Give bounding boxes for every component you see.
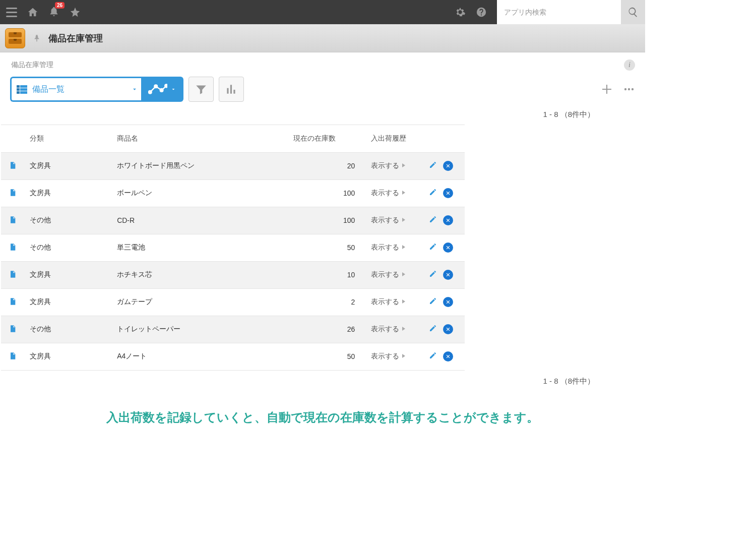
home-icon[interactable] [27,7,38,18]
row-actions [417,179,465,207]
row-name: CD-R [111,207,287,234]
row-actions [417,234,465,261]
row-actions [417,343,465,370]
row-doc-icon[interactable] [1,261,24,288]
table-row[interactable]: 文房具ホワイトボード用黒ペン20表示する [1,152,465,179]
row-category: その他 [24,234,111,261]
filter-button[interactable] [188,77,214,102]
row-doc-icon[interactable] [1,207,24,234]
row-doc-icon[interactable] [1,152,24,179]
row-history-link[interactable]: 表示する [365,207,417,234]
row-history-link[interactable]: 表示する [365,152,417,179]
delete-button[interactable] [443,351,453,361]
col-header-stock[interactable]: 現在の在庫数 [287,125,365,152]
row-stock: 10 [287,261,365,288]
row-name: トイレットペーパー [111,316,287,343]
edit-button[interactable] [429,161,437,171]
row-stock: 2 [287,288,365,316]
row-category: 文房具 [24,288,111,316]
row-stock: 26 [287,316,365,343]
row-history-link[interactable]: 表示する [365,316,417,343]
breadcrumb-row: 備品在庫管理 i [0,52,645,75]
row-name: ガムテープ [111,288,287,316]
notification-badge: 26 [55,2,65,9]
edit-button[interactable] [429,297,437,307]
app-title: 備品在庫管理 [48,32,103,44]
edit-button[interactable] [429,324,437,334]
view-selector-group: 備品一覧 [10,77,183,102]
notifications-button[interactable]: 26 [48,6,59,19]
col-header-category[interactable]: 分類 [24,125,111,152]
star-icon[interactable] [70,7,81,18]
row-stock: 100 [287,179,365,207]
more-button[interactable] [623,83,635,95]
svg-point-4 [624,88,626,90]
view-label: 備品一覧 [32,84,131,95]
row-doc-icon[interactable] [1,288,24,316]
table-row[interactable]: その他単三電池50表示する [1,234,465,261]
delete-button[interactable] [443,324,453,334]
delete-button[interactable] [443,188,453,198]
pager-top: 1 - 8 （8件中） [0,110,645,125]
col-header-name[interactable]: 商品名 [111,125,287,152]
row-stock: 100 [287,207,365,234]
delete-button[interactable] [443,270,453,280]
search-button[interactable] [621,0,645,24]
delete-button[interactable] [443,161,453,171]
delete-button[interactable] [443,243,453,253]
toolbar-right [601,83,635,95]
edit-button[interactable] [429,188,437,198]
add-button[interactable] [601,83,613,95]
help-icon[interactable] [476,7,487,18]
chevron-down-icon [170,86,176,92]
chart-button[interactable] [219,77,244,102]
delete-button[interactable] [443,297,453,307]
row-category: 文房具 [24,179,111,207]
pin-icon[interactable] [32,34,41,43]
row-history-link[interactable]: 表示する [365,179,417,207]
menu-icon[interactable] [6,8,17,17]
row-doc-icon[interactable] [1,343,24,370]
row-history-link[interactable]: 表示する [365,343,417,370]
chevron-down-icon [131,86,138,93]
col-header-actions [417,125,465,152]
row-stock: 50 [287,343,365,370]
col-header-history[interactable]: 入出荷履歴 [365,125,417,152]
row-actions [417,261,465,288]
info-button[interactable]: i [624,59,635,71]
row-category: 文房具 [24,152,111,179]
data-table: 分類 商品名 現在の在庫数 入出荷履歴 文房具ホワイトボード用黒ペン20表示する… [1,125,465,371]
view-selector[interactable]: 備品一覧 [10,77,141,102]
row-name: ホワイトボード用黒ペン [111,152,287,179]
edit-button[interactable] [429,215,437,225]
row-doc-icon[interactable] [1,316,24,343]
delete-button[interactable] [443,215,453,225]
table-row[interactable]: 文房具ガムテープ2表示する [1,288,465,316]
row-doc-icon[interactable] [1,234,24,261]
edit-button[interactable] [429,270,437,280]
edit-button[interactable] [429,243,437,253]
graph-icon [148,82,167,96]
row-history-link[interactable]: 表示する [365,261,417,288]
row-history-link[interactable]: 表示する [365,288,417,316]
toolbar-left: 備品一覧 [10,77,244,102]
row-history-link[interactable]: 表示する [365,234,417,261]
row-actions [417,152,465,179]
table-row[interactable]: 文房具A4ノート50表示する [1,343,465,370]
pager-bottom: 1 - 8 （8件中） [0,371,645,386]
graph-button[interactable] [141,77,183,102]
row-doc-icon[interactable] [1,179,24,207]
header-right-group [455,0,645,24]
table-header-row: 分類 商品名 現在の在庫数 入出荷履歴 [1,125,465,152]
search-input[interactable] [497,0,621,24]
row-category: 文房具 [24,261,111,288]
table-row[interactable]: 文房具ホチキス芯10表示する [1,261,465,288]
edit-button[interactable] [429,351,437,361]
list-toolbar: 備品一覧 [0,75,645,110]
filter-icon [195,83,208,96]
table-row[interactable]: その他トイレットペーパー26表示する [1,316,465,343]
gear-icon[interactable] [455,7,466,18]
table-row[interactable]: その他CD-R100表示する [1,207,465,234]
table-row[interactable]: 文房具ボールペン100表示する [1,179,465,207]
global-header: 26 [0,0,645,24]
